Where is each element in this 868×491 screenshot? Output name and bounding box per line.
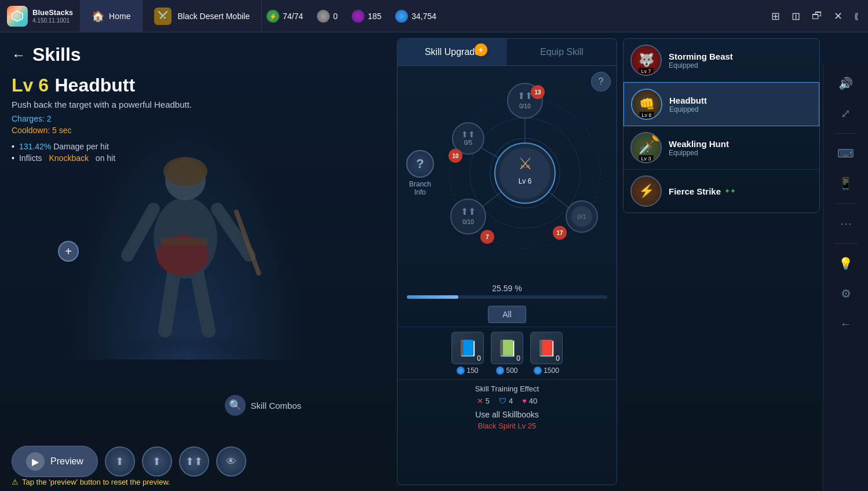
storming-beast-status: Equipped [669, 61, 812, 69]
storming-beast-icon: 🐺 Lv 7 [630, 45, 662, 76]
svg-text:⬆⬆: ⬆⬆ [461, 130, 475, 139]
settings-tool[interactable]: ⚙ [833, 281, 859, 306]
back-tool[interactable]: ← [833, 311, 859, 336]
close-icon[interactable]: ✕ [834, 10, 843, 23]
lightbulb-tool[interactable]: 💡 [833, 251, 859, 276]
energy-icon: ⚡ [267, 10, 279, 23]
progress-percent: 25.59 % [407, 284, 607, 293]
phone-tool[interactable]: 📱 [833, 171, 859, 196]
back-button[interactable]: ← [12, 47, 25, 63]
storming-beast-info: Storming Beast Equipped [669, 52, 812, 69]
svg-text:0/5: 0/5 [464, 140, 472, 146]
gem-icon [352, 10, 364, 23]
skill-btn-4[interactable]: 👁 [216, 446, 246, 477]
bottom-action-bar: ▶ Preview ⬆ ⬆ ⬆⬆ 👁 [12, 446, 246, 477]
weakling-hunt-info: Weakling Hunt Equipped [669, 139, 812, 157]
svg-point-2 [104, 325, 267, 354]
filter-all-button[interactable]: All [488, 306, 526, 323]
toolbar-separator-1 [834, 133, 858, 134]
skill-item-storming-beast[interactable]: 🐺 Lv 7 Storming Beast Equipped [623, 39, 819, 82]
svg-line-6 [127, 209, 154, 255]
use-skillbooks-button[interactable]: Use all Skillbooks [407, 410, 607, 419]
branch-info-button[interactable]: ? BranchInfo [406, 150, 434, 196]
svg-text:7: 7 [486, 234, 489, 240]
character-silhouette [64, 116, 307, 360]
svg-point-5 [163, 157, 207, 186]
toolbar-separator-2 [834, 203, 858, 204]
energy-value: 74/74 [283, 12, 303, 21]
menu-icon[interactable]: ⊟ [790, 12, 803, 20]
titlebar: BlueStacks 4.150.11.1001 🏠 Home ⚔️ Black… [0, 0, 868, 32]
skill-name-area: Lv 6 Headbutt [12, 75, 382, 96]
weakling-hunt-name: Weakling Hunt [669, 139, 812, 149]
gold-resource: 34,754 [395, 10, 436, 23]
skill-header: ← Skills [12, 44, 382, 65]
skill-level: Lv 6 [12, 75, 49, 96]
game-icon: ⚔️ [154, 8, 172, 25]
attack-icon: ✕ [477, 397, 483, 405]
skill-btn-2[interactable]: ⬆ [142, 446, 172, 477]
game-tab[interactable]: ⚔️ Black Desert Mobile [143, 0, 262, 32]
tab-skill-upgrade[interactable]: Skill Upgrade + [397, 39, 507, 65]
fierce-strike-icon: ⚡ [630, 175, 662, 207]
combos-icon: 🔍 [225, 395, 246, 416]
resources-bar: ⚡ 74/74 0 185 34,754 [267, 0, 436, 32]
svg-text:⬆⬆: ⬆⬆ [461, 207, 476, 217]
coin-icon [457, 367, 465, 375]
pearl-resource: 0 [317, 10, 338, 23]
skill-item-headbutt[interactable]: 👊 Lv 6 Headbutt Equipped [623, 82, 819, 126]
skillbook-icon-1[interactable]: 📘 0 [451, 332, 484, 364]
gem-resource: 185 [352, 10, 381, 23]
minimize-icon[interactable]: 🗗 [812, 10, 822, 22]
skillbook-cost-1: 150 [457, 367, 478, 375]
skill-item-fierce-strike[interactable]: ⚡ Fierce Strike ✦✦ [623, 170, 819, 212]
pearl-value: 0 [333, 12, 338, 21]
skill-item-weakling-hunt[interactable]: 🗡️ Lv 3 + Weakling Hunt Equipped [623, 126, 819, 170]
weakling-hunt-badge: + [652, 132, 662, 141]
character-display: + [0, 108, 371, 368]
defense-stat: 🛡 4 [499, 397, 513, 405]
app-version: 4.150.11.1001 [32, 17, 73, 24]
play-icon: ▶ [26, 452, 45, 471]
collapse-icon[interactable]: ⟪ [854, 12, 859, 21]
skill-training-section: Skill Training Effect ✕ 5 🛡 4 ♥ 40 Use a… [397, 379, 617, 435]
svg-text:17: 17 [556, 230, 563, 236]
filter-row: All [397, 302, 617, 327]
svg-line-9 [197, 273, 209, 331]
home-tab[interactable]: 🏠 Home [80, 0, 143, 32]
upgrade-badge: + [475, 43, 487, 56]
volume-tool[interactable]: 🔊 [833, 71, 859, 96]
svg-text:⚔: ⚔ [518, 155, 533, 173]
skillbook-area: 📘 0 150 📗 0 500 [397, 327, 617, 379]
tab-equip-skill[interactable]: Equip Skill [507, 39, 617, 65]
profile-icon[interactable]: ⊞ [771, 10, 780, 23]
skill-tree-area: ? BranchInfo ? ⚔ [397, 66, 617, 280]
coin-icon-2 [496, 367, 504, 375]
storming-beast-level: Lv 7 [639, 68, 653, 75]
expand-tool[interactable]: ⤢ [833, 101, 859, 126]
skill-btn-3[interactable]: ⬆⬆ [179, 446, 209, 477]
skill-combos-button[interactable]: 🔍 Skill Combos [225, 395, 301, 416]
svg-point-34 [451, 199, 486, 234]
attack-stat: ✕ 5 [477, 397, 490, 405]
progress-bar-fill [407, 295, 458, 299]
side-toolbar: 🔊 ⤢ ⌨ 📱 ⋯ 💡 ⚙ ← [823, 65, 868, 491]
preview-button[interactable]: ▶ Preview [12, 446, 98, 477]
progress-bar [407, 295, 607, 299]
pearl-icon [317, 10, 330, 23]
skill-btn-1[interactable]: ⬆ [105, 446, 135, 477]
svg-text:0/10: 0/10 [462, 219, 474, 225]
health-stat: ♥ 40 [522, 397, 537, 405]
health-icon: ♥ [522, 397, 527, 405]
headbutt-info: Headbutt Equipped [669, 96, 812, 113]
add-skill-button[interactable]: + [58, 241, 79, 262]
skillbook-tier1: 📘 0 150 [451, 332, 484, 375]
skillbook-icon-3[interactable]: 📕 0 [530, 332, 563, 364]
dots-tool[interactable]: ⋯ [833, 211, 859, 236]
skill-name: Headbutt [54, 75, 135, 96]
gold-value: 34,754 [411, 12, 436, 21]
skillbook-icon-2[interactable]: 📗 0 [491, 332, 523, 364]
keyboard-tool[interactable]: ⌨ [833, 141, 859, 166]
weakling-hunt-icon: 🗡️ Lv 3 + [630, 132, 662, 163]
left-panel: ← Skills Lv 6 Headbutt Push back the tar… [0, 32, 394, 491]
